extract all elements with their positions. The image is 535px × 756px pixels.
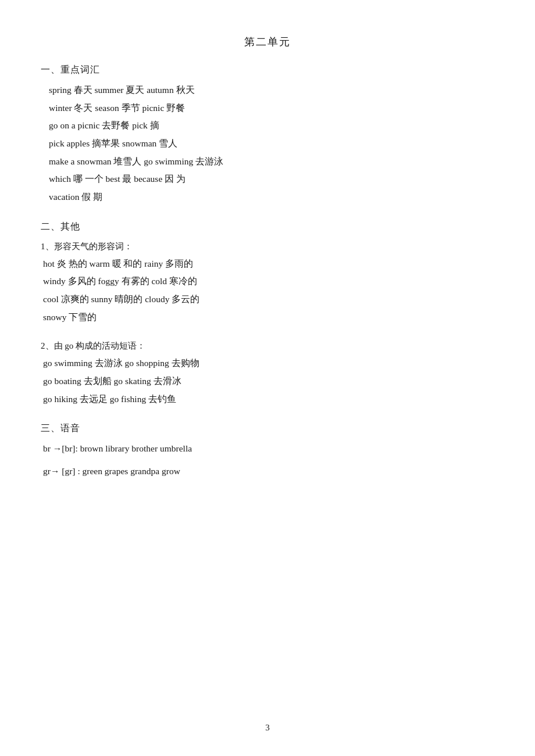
vocab-line-4: pick apples 摘苹果 snowman 雪人 xyxy=(47,135,494,152)
go-phrase-line-3: go hiking 去远足 go fishing 去钓鱼 xyxy=(41,391,494,408)
weather-line-2: windy 多风的 foggy 有雾的 cold 寒冷的 xyxy=(41,273,494,290)
weather-line-1: hot 炎 热的 warm 暖 和的 rainy 多雨的 xyxy=(41,256,494,273)
section1-content: spring 春天 summer 夏天 autumn 秋天 winter 冬天 … xyxy=(41,82,494,206)
weather-line-3: cool 凉爽的 sunny 晴朗的 cloudy 多云的 xyxy=(41,291,494,308)
weather-line-4: snowy 下雪的 xyxy=(41,309,494,326)
section2-heading: 二、其他 xyxy=(41,221,494,233)
section2-sub2-content: go swimming 去游泳 go shopping 去购物 go boati… xyxy=(41,355,494,407)
page-container: 第二单元 一、重点词汇 spring 春天 summer 夏天 autumn 秋… xyxy=(0,0,535,756)
page-number: 3 xyxy=(265,723,270,733)
vocab-line-6: which 哪 一个 best 最 because 因 为 xyxy=(47,171,494,188)
phonics-line-1: br →[br]: brown library brother umbrella xyxy=(41,440,494,457)
section-other: 二、其他 1、形容天气的形容词： hot 炎 热的 warm 暖 和的 rain… xyxy=(41,221,494,408)
go-phrase-line-2: go boating 去划船 go skating 去滑冰 xyxy=(41,373,494,390)
vocab-line-2: winter 冬天 season 季节 picnic 野餐 xyxy=(47,100,494,117)
section2-sub1-label: 1、形容天气的形容词： xyxy=(41,241,494,252)
vocab-line-5: make a snowman 堆雪人 go swimming 去游泳 xyxy=(47,153,494,170)
section2-sub2-label: 2、由 go 构成的活动短语： xyxy=(41,341,494,352)
section3-content: br →[br]: brown library brother umbrella… xyxy=(41,440,494,479)
phonics-line-2: gr→ [gr] : green grapes grandpa grow xyxy=(41,463,494,480)
vocab-line-3: go on a picnic 去野餐 pick 摘 xyxy=(47,117,494,134)
vocab-line-1: spring 春天 summer 夏天 autumn 秋天 xyxy=(47,82,494,99)
section3-heading: 三、语音 xyxy=(41,422,494,435)
vocab-line-7: vacation 假 期 xyxy=(47,189,494,206)
section2-sub1-content: hot 炎 热的 warm 暖 和的 rainy 多雨的 windy 多风的 f… xyxy=(41,256,494,326)
section-phonics: 三、语音 br →[br]: brown library brother umb… xyxy=(41,422,494,479)
section-vocabulary: 一、重点词汇 spring 春天 summer 夏天 autumn 秋天 win… xyxy=(41,64,494,206)
go-phrase-line-1: go swimming 去游泳 go shopping 去购物 xyxy=(41,355,494,372)
page-title: 第二单元 xyxy=(41,35,494,49)
section1-heading: 一、重点词汇 xyxy=(41,64,494,76)
